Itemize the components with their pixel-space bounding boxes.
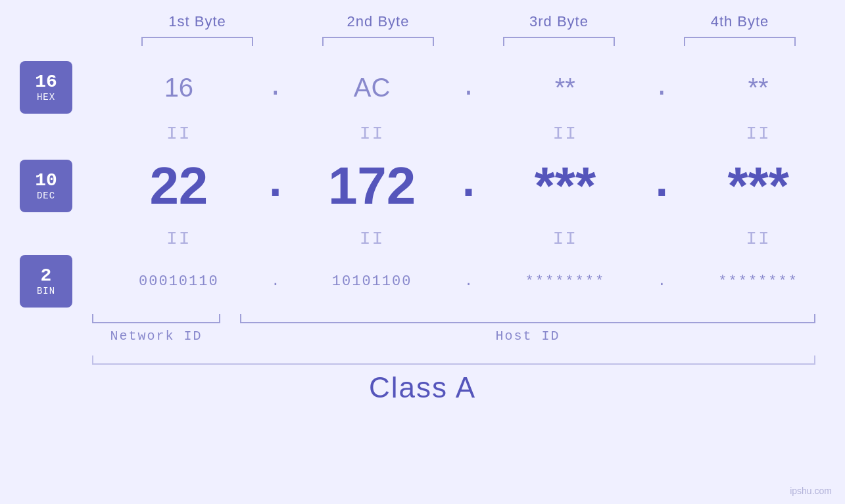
eq1-b2: II [285,124,459,144]
bin-badge-num: 2 [41,266,52,286]
eq2-b2: II [285,229,459,249]
bottom-brackets [92,314,815,323]
byte3-header: 3rd Byte [469,13,650,30]
dec-b3: *** [479,156,652,216]
class-label: Class A [0,371,845,404]
bin-badge: 2 BIN [20,255,72,308]
dec-b4: *** [671,156,845,216]
hex-badge: 16 HEX [20,61,72,114]
top-brackets [107,37,831,46]
hex-badge-base: HEX [37,92,55,103]
class-bracket [92,355,815,365]
data-rows: 16 . AC . ** . ** II II II II 22 [92,58,845,308]
hex-dot3: . [652,73,671,103]
bin-dot1: . [266,273,285,290]
bracket-network [92,314,220,323]
dec-badge: 10 DEC [20,160,72,212]
dec-dot1: . [266,158,285,215]
eq1-b4: II [671,124,845,144]
eq2-b1: II [92,229,266,249]
dec-b2: 172 [285,156,459,216]
hex-dot1: . [266,73,285,103]
byte1-header: 1st Byte [107,13,288,30]
eq1-b3: II [479,124,652,144]
bin-b3: ******** [479,273,652,290]
host-id-label: Host ID [240,329,815,344]
eq1-b1: II [92,124,266,144]
hex-row: 16 . AC . ** . ** [92,58,845,117]
byte-headers: 1st Byte 2nd Byte 3rd Byte 4th Byte [107,13,831,30]
eq2-b4: II [671,229,845,249]
hex-badge-row: 16 HEX [20,58,72,117]
labels-column: 16 HEX 10 DEC 2 BIN [0,58,92,308]
bracket-host [240,314,815,323]
hex-badge-num: 16 [35,72,57,93]
bracket-top-3 [503,37,615,46]
bin-row: 00010110 . 10101100 . ******** . *******… [92,255,845,308]
hex-dot2: . [459,73,479,103]
bin-badge-base: BIN [37,286,55,296]
byte4-header: 4th Byte [650,13,831,30]
hex-b4: ** [671,73,845,103]
watermark: ipshu.com [790,486,832,496]
eq2-b3: II [479,229,652,249]
class-section: Class A [0,355,845,404]
dec-badge-row: 10 DEC [20,150,72,222]
bottom-section: Network ID Host ID [0,314,845,344]
hex-b3: ** [479,73,652,103]
bin-b4: ******** [671,273,845,290]
bracket-top-2 [322,37,434,46]
equals-row-1: II II II II [92,117,845,150]
hex-b2: AC [285,73,459,103]
dec-dot3: . [652,158,671,215]
dec-badge-num: 10 [35,171,57,191]
dec-dot2: . [459,158,479,215]
content-area: 16 HEX 10 DEC 2 BIN [0,58,845,308]
main-container: 1st Byte 2nd Byte 3rd Byte 4th Byte 16 H… [0,0,845,504]
bin-badge-row: 2 BIN [20,255,72,308]
dec-row: 22 . 172 . *** . *** [92,150,845,222]
equals-row-2: II II II II [92,222,845,255]
bracket-top-1 [141,37,253,46]
bracket-top-4 [684,37,796,46]
bin-dot3: . [652,273,671,290]
byte2-header: 2nd Byte [288,13,469,30]
bin-b1: 00010110 [92,273,266,290]
hex-b1: 16 [92,73,266,103]
bin-dot2: . [459,273,479,290]
bin-b2: 10101100 [285,273,459,290]
id-labels-row: Network ID Host ID [92,329,815,344]
dec-badge-base: DEC [37,191,55,201]
dec-b1: 22 [92,156,266,216]
network-id-label: Network ID [92,329,220,344]
